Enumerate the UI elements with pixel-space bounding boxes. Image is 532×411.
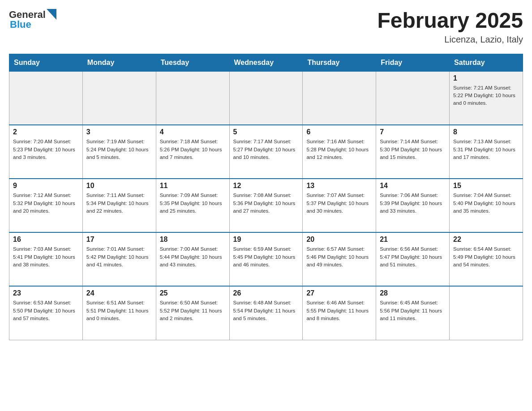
calendar-cell: 22Sunrise: 6:54 AM Sunset: 5:49 PM Dayli… xyxy=(450,232,523,286)
header-thursday: Thursday xyxy=(303,54,376,71)
day-number: 7 xyxy=(380,128,446,136)
calendar-cell: 9Sunrise: 7:12 AM Sunset: 5:32 PM Daylig… xyxy=(9,179,83,232)
calendar-table: SundayMondayTuesdayWednesdayThursdayFrid… xyxy=(9,54,523,340)
day-info: Sunrise: 7:20 AM Sunset: 5:23 PM Dayligh… xyxy=(13,138,79,161)
day-info: Sunrise: 6:57 AM Sunset: 5:46 PM Dayligh… xyxy=(306,245,372,269)
day-number: 13 xyxy=(306,182,372,190)
calendar-cell: 3Sunrise: 7:19 AM Sunset: 5:24 PM Daylig… xyxy=(82,125,156,179)
day-number: 8 xyxy=(453,128,519,136)
day-number: 12 xyxy=(233,182,299,190)
calendar-cell: 16Sunrise: 7:03 AM Sunset: 5:41 PM Dayli… xyxy=(9,232,83,286)
day-number: 2 xyxy=(13,128,79,136)
header-wednesday: Wednesday xyxy=(229,54,303,71)
day-number: 1 xyxy=(453,74,519,82)
day-info: Sunrise: 6:46 AM Sunset: 5:55 PM Dayligh… xyxy=(306,299,372,322)
day-number: 24 xyxy=(86,289,152,297)
day-info: Sunrise: 7:03 AM Sunset: 5:41 PM Dayligh… xyxy=(13,245,79,269)
day-number: 3 xyxy=(86,128,152,136)
day-number: 22 xyxy=(453,235,519,244)
day-number: 19 xyxy=(233,235,299,244)
day-info: Sunrise: 7:07 AM Sunset: 5:37 PM Dayligh… xyxy=(306,192,372,215)
day-number: 14 xyxy=(380,182,446,190)
day-info: Sunrise: 7:09 AM Sunset: 5:35 PM Dayligh… xyxy=(160,192,226,215)
calendar-cell: 26Sunrise: 6:48 AM Sunset: 5:54 PM Dayli… xyxy=(229,286,303,340)
day-number: 23 xyxy=(13,289,79,297)
day-info: Sunrise: 7:19 AM Sunset: 5:24 PM Dayligh… xyxy=(86,138,152,161)
day-info: Sunrise: 7:18 AM Sunset: 5:26 PM Dayligh… xyxy=(160,138,226,161)
day-number: 25 xyxy=(160,289,226,297)
day-info: Sunrise: 7:04 AM Sunset: 5:40 PM Dayligh… xyxy=(453,192,519,215)
day-info: Sunrise: 6:48 AM Sunset: 5:54 PM Dayligh… xyxy=(233,299,299,322)
day-number: 26 xyxy=(233,289,299,297)
day-number: 27 xyxy=(306,289,372,297)
day-number: 9 xyxy=(13,182,79,190)
month-title: February 2025 xyxy=(377,9,523,33)
day-number: 17 xyxy=(86,235,152,244)
week-row-1: 2Sunrise: 7:20 AM Sunset: 5:23 PM Daylig… xyxy=(9,125,523,179)
day-number: 4 xyxy=(160,128,226,136)
day-number: 28 xyxy=(380,289,446,297)
calendar-cell: 8Sunrise: 7:13 AM Sunset: 5:31 PM Daylig… xyxy=(450,125,523,179)
calendar-cell xyxy=(229,71,303,125)
calendar-cell: 2Sunrise: 7:20 AM Sunset: 5:23 PM Daylig… xyxy=(9,125,83,179)
header-friday: Friday xyxy=(376,54,450,71)
calendar-cell: 18Sunrise: 7:00 AM Sunset: 5:44 PM Dayli… xyxy=(156,232,229,286)
location-text: Licenza, Lazio, Italy xyxy=(377,34,523,45)
calendar-cell: 6Sunrise: 7:16 AM Sunset: 5:28 PM Daylig… xyxy=(303,125,376,179)
header-tuesday: Tuesday xyxy=(156,54,229,71)
day-info: Sunrise: 7:21 AM Sunset: 5:22 PM Dayligh… xyxy=(453,84,519,107)
day-info: Sunrise: 7:13 AM Sunset: 5:31 PM Dayligh… xyxy=(453,138,519,161)
day-number: 10 xyxy=(86,182,152,190)
day-number: 21 xyxy=(380,235,446,244)
day-number: 6 xyxy=(306,128,372,136)
calendar-cell xyxy=(82,71,156,125)
week-row-0: 1Sunrise: 7:21 AM Sunset: 5:22 PM Daylig… xyxy=(9,71,523,125)
week-row-4: 23Sunrise: 6:53 AM Sunset: 5:50 PM Dayli… xyxy=(9,286,523,340)
day-info: Sunrise: 6:45 AM Sunset: 5:56 PM Dayligh… xyxy=(380,299,446,322)
day-info: Sunrise: 7:11 AM Sunset: 5:34 PM Dayligh… xyxy=(86,192,152,215)
calendar-cell: 4Sunrise: 7:18 AM Sunset: 5:26 PM Daylig… xyxy=(156,125,229,179)
day-info: Sunrise: 7:01 AM Sunset: 5:42 PM Dayligh… xyxy=(86,245,152,269)
day-info: Sunrise: 6:53 AM Sunset: 5:50 PM Dayligh… xyxy=(13,299,79,322)
day-info: Sunrise: 6:54 AM Sunset: 5:49 PM Dayligh… xyxy=(453,245,519,269)
calendar-cell: 27Sunrise: 6:46 AM Sunset: 5:55 PM Dayli… xyxy=(303,286,376,340)
calendar-cell: 12Sunrise: 7:08 AM Sunset: 5:36 PM Dayli… xyxy=(229,179,303,232)
day-number: 11 xyxy=(160,182,226,190)
calendar-cell: 14Sunrise: 7:06 AM Sunset: 5:39 PM Dayli… xyxy=(376,179,450,232)
calendar-cell: 25Sunrise: 6:50 AM Sunset: 5:52 PM Dayli… xyxy=(156,286,229,340)
calendar-cell: 7Sunrise: 7:14 AM Sunset: 5:30 PM Daylig… xyxy=(376,125,450,179)
calendar-cell: 23Sunrise: 6:53 AM Sunset: 5:50 PM Dayli… xyxy=(9,286,83,340)
svg-marker-0 xyxy=(47,9,56,20)
logo-arrow-icon xyxy=(47,9,56,20)
header-saturday: Saturday xyxy=(450,54,523,71)
header-sunday: Sunday xyxy=(9,54,83,71)
logo-blue-text: Blue xyxy=(10,19,56,30)
calendar-cell: 10Sunrise: 7:11 AM Sunset: 5:34 PM Dayli… xyxy=(82,179,156,232)
day-info: Sunrise: 7:12 AM Sunset: 5:32 PM Dayligh… xyxy=(13,192,79,215)
week-row-2: 9Sunrise: 7:12 AM Sunset: 5:32 PM Daylig… xyxy=(9,179,523,232)
calendar-cell: 13Sunrise: 7:07 AM Sunset: 5:37 PM Dayli… xyxy=(303,179,376,232)
day-info: Sunrise: 7:06 AM Sunset: 5:39 PM Dayligh… xyxy=(380,192,446,215)
calendar-cell: 17Sunrise: 7:01 AM Sunset: 5:42 PM Dayli… xyxy=(82,232,156,286)
calendar-cell: 24Sunrise: 6:51 AM Sunset: 5:51 PM Dayli… xyxy=(82,286,156,340)
calendar-cell: 11Sunrise: 7:09 AM Sunset: 5:35 PM Dayli… xyxy=(156,179,229,232)
calendar-cell: 19Sunrise: 6:59 AM Sunset: 5:45 PM Dayli… xyxy=(229,232,303,286)
calendar-cell: 5Sunrise: 7:17 AM Sunset: 5:27 PM Daylig… xyxy=(229,125,303,179)
header-monday: Monday xyxy=(82,54,156,71)
calendar-cell xyxy=(9,71,83,125)
day-number: 20 xyxy=(306,235,372,244)
page-header: General Blue February 2025 Licenza, Lazi… xyxy=(9,9,523,45)
week-row-3: 16Sunrise: 7:03 AM Sunset: 5:41 PM Dayli… xyxy=(9,232,523,286)
calendar-cell xyxy=(450,286,523,340)
day-number: 5 xyxy=(233,128,299,136)
calendar-header-row: SundayMondayTuesdayWednesdayThursdayFrid… xyxy=(9,54,523,71)
day-info: Sunrise: 6:51 AM Sunset: 5:51 PM Dayligh… xyxy=(86,299,152,322)
day-info: Sunrise: 6:50 AM Sunset: 5:52 PM Dayligh… xyxy=(160,299,226,322)
day-info: Sunrise: 7:17 AM Sunset: 5:27 PM Dayligh… xyxy=(233,138,299,161)
day-number: 18 xyxy=(160,235,226,244)
day-number: 16 xyxy=(13,235,79,244)
calendar-cell xyxy=(376,71,450,125)
day-info: Sunrise: 7:00 AM Sunset: 5:44 PM Dayligh… xyxy=(160,245,226,269)
calendar-cell: 28Sunrise: 6:45 AM Sunset: 5:56 PM Dayli… xyxy=(376,286,450,340)
calendar-cell xyxy=(303,71,376,125)
